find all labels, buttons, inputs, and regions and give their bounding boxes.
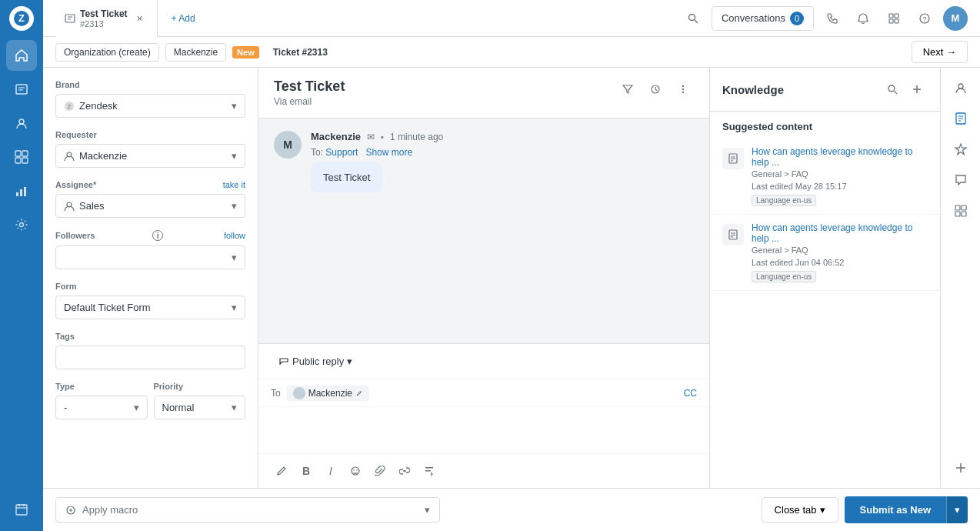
submit-button[interactable]: Submit as New [845, 496, 946, 523]
reply-area: Public reply ▾ To Mackenzie CC [258, 343, 709, 488]
svg-text:Z: Z [18, 12, 25, 24]
attach-button[interactable] [369, 460, 391, 482]
svg-rect-7 [22, 151, 28, 156]
phone-icon[interactable] [820, 6, 845, 31]
brand-select[interactable]: Z Zendesk ▾ [55, 94, 245, 118]
knowledge-doc-icon-0 [722, 148, 744, 169]
requester-label: Requester [55, 130, 245, 139]
followers-info-icon[interactable]: i [152, 230, 163, 241]
nav-item-tickets[interactable] [6, 74, 37, 105]
strip-profile-icon[interactable] [947, 74, 975, 102]
strip-apps-icon[interactable] [947, 197, 975, 225]
help-icon[interactable]: ? [912, 6, 937, 31]
message-time: 1 minute ago [390, 132, 443, 142]
reply-body-area[interactable] [258, 407, 709, 453]
public-reply-button[interactable]: Public reply ▾ [271, 352, 360, 371]
nav-item-settings[interactable] [6, 209, 37, 240]
knowledge-item-0[interactable]: How can agents leverage knowledge to hel… [710, 139, 940, 215]
breadcrumb-org[interactable]: Organization (create) [55, 43, 159, 62]
ticket-title: Test Ticket [274, 78, 345, 95]
strip-add-icon[interactable] [947, 454, 975, 482]
more-format-button[interactable] [418, 460, 440, 482]
message-to-support[interactable]: Support [325, 147, 358, 158]
nav-item-organizations[interactable] [6, 142, 37, 172]
bell-icon[interactable] [851, 6, 875, 31]
submit-group: Submit as New ▾ [845, 496, 968, 523]
knowledge-item-lang-0: Language en-us [752, 195, 816, 206]
reply-to-section: To Mackenzie CC [258, 379, 709, 407]
knowledge-search-icon[interactable] [882, 78, 903, 100]
brand-chevron-icon: ▾ [232, 100, 237, 112]
bold-button[interactable]: B [295, 460, 317, 482]
svg-point-35 [682, 88, 684, 90]
strip-chat-icon[interactable] [947, 166, 975, 194]
draft-button[interactable] [271, 460, 292, 482]
edit-recipient-icon[interactable] [355, 389, 363, 397]
type-priority-row: Type - ▾ Priority Normal ▾ [55, 382, 245, 432]
svg-line-22 [695, 20, 698, 23]
link-button[interactable] [394, 460, 415, 482]
svg-point-38 [353, 469, 355, 471]
italic-button[interactable]: I [320, 460, 342, 482]
message-sender: Mackenzie [311, 131, 361, 142]
nav-item-home[interactable] [6, 40, 37, 71]
reply-to-chip[interactable]: Mackenzie [287, 386, 369, 401]
history-icon[interactable] [645, 78, 666, 100]
followers-select[interactable]: ▾ [55, 245, 245, 269]
strip-ai-icon[interactable] [947, 135, 975, 163]
knowledge-title: Knowledge [722, 83, 784, 96]
requester-select[interactable]: Mackenzie ▾ [55, 144, 245, 168]
bottom-bar: Apply macro ▾ Close tab ▾ Submit as New … [43, 488, 980, 531]
requester-field-group: Requester Mackenzie ▾ [55, 130, 245, 168]
search-icon[interactable] [681, 6, 705, 31]
knowledge-add-icon[interactable] [906, 78, 928, 100]
add-tab-button[interactable]: + Add [164, 10, 203, 27]
ticket-status-badge: New [232, 46, 259, 58]
svg-rect-2 [16, 85, 27, 94]
tab-close-button[interactable]: × [132, 11, 148, 26]
app-logo[interactable]: Z [9, 6, 34, 31]
more-options-icon[interactable] [672, 78, 694, 100]
next-button[interactable]: Next → [912, 41, 968, 63]
submit-dropdown-button[interactable]: ▾ [946, 496, 968, 523]
conversations-button[interactable]: Conversations 0 [712, 6, 814, 31]
show-more-link[interactable]: Show more [365, 147, 412, 158]
type-chevron-icon: ▾ [134, 402, 139, 413]
tags-input[interactable] [55, 346, 245, 369]
nav-item-calendar[interactable] [6, 494, 37, 525]
message-bubble: Test Ticket [311, 162, 382, 192]
brand-label: Brand [55, 80, 245, 89]
reply-cc-button[interactable]: CC [684, 388, 697, 399]
take-it-link[interactable]: take it [223, 180, 245, 189]
emoji-button[interactable] [345, 460, 366, 482]
close-tab-button[interactable]: Close tab ▾ [762, 497, 838, 523]
breadcrumb-user[interactable]: Mackenzie [165, 43, 226, 62]
brand-value: Zendesk [79, 100, 227, 112]
filter-icon[interactable] [617, 78, 638, 100]
follow-link[interactable]: follow [224, 231, 245, 240]
message-email-icon: ✉ [367, 132, 375, 142]
assignee-select[interactable]: Sales ▾ [55, 194, 245, 218]
type-select[interactable]: - ▾ [55, 396, 148, 419]
assignee-label: Assignee* take it [55, 180, 245, 189]
user-avatar[interactable]: M [943, 6, 968, 31]
fields-panel: Brand Z Zendesk ▾ Requester Mackenzie ▾ … [43, 68, 258, 488]
ticket-tab[interactable]: Test Ticket #2313 × [55, 0, 158, 37]
nav-item-contacts[interactable] [6, 108, 37, 139]
macro-select[interactable]: Apply macro ▾ [55, 497, 440, 523]
svg-rect-61 [962, 205, 966, 210]
knowledge-item-1[interactable]: How can agents leverage knowledge to hel… [710, 215, 940, 291]
priority-select[interactable]: Normal ▾ [154, 396, 246, 419]
submit-label: Submit as New [860, 504, 931, 516]
grid-icon[interactable] [882, 6, 906, 31]
priority-chevron-icon: ▾ [232, 402, 237, 413]
svg-rect-24 [895, 14, 898, 18]
svg-rect-60 [955, 205, 960, 210]
messages-area: M Mackenzie ✉ • 1 minute ago To: Support [258, 119, 709, 343]
reply-to-recipient: Mackenzie [308, 388, 352, 399]
strip-knowledge-icon[interactable] [947, 105, 975, 132]
priority-field-group: Priority Normal ▾ [154, 382, 246, 419]
nav-item-reports[interactable] [6, 175, 37, 206]
form-select[interactable]: Default Ticket Form ▾ [55, 296, 245, 319]
type-field-group: Type - ▾ [55, 382, 148, 419]
